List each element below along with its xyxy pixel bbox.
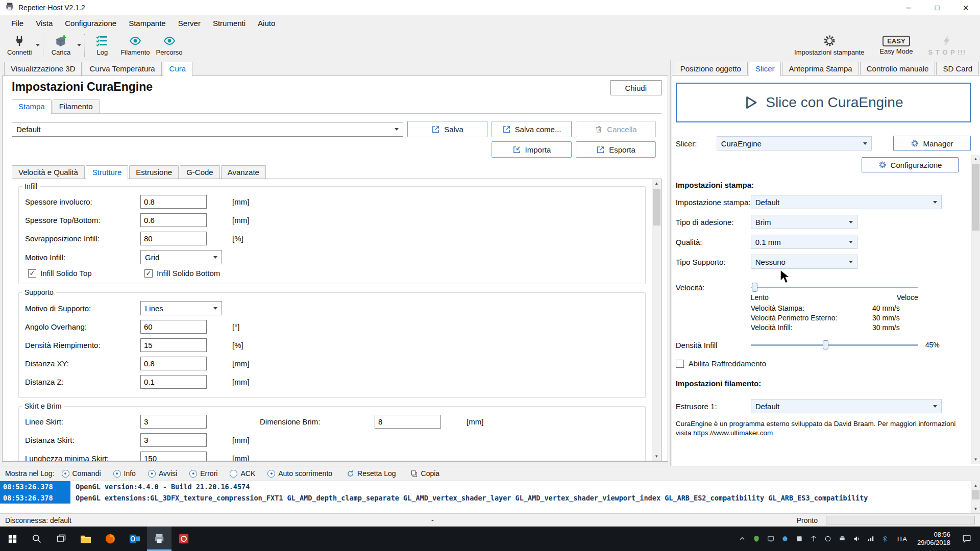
connetti-button[interactable]: Connetti [4, 32, 35, 59]
file-explorer-button[interactable] [74, 527, 98, 551]
log-button[interactable]: Log [87, 32, 117, 59]
connetti-dropdown-arrow[interactable] [35, 34, 41, 57]
printer-icon[interactable] [836, 529, 848, 549]
action-center-button[interactable] [957, 534, 977, 543]
language-indicator[interactable]: ITA [893, 535, 911, 543]
tab-estrusione[interactable]: Estrusione [129, 165, 179, 179]
scroll-thumb[interactable] [972, 490, 979, 499]
configurazione-button[interactable]: Configurazione [862, 157, 959, 172]
outlook-button[interactable] [122, 527, 147, 551]
carica-button[interactable]: Carica [45, 32, 76, 59]
slice-button[interactable]: Slice con CuraEngine [676, 83, 971, 122]
angolo-overhang-input[interactable] [140, 320, 207, 334]
task-view-button[interactable] [49, 527, 74, 551]
scroll-down-button[interactable] [971, 455, 980, 464]
menu-file[interactable]: File [5, 19, 30, 28]
scroll-up-button[interactable] [971, 481, 980, 490]
abilita-raffreddamento-checkbox[interactable]: Abilita Raffreddamento [676, 359, 973, 368]
menu-stampante[interactable]: Stampante [122, 19, 172, 28]
carica-dropdown-arrow[interactable] [76, 34, 82, 57]
esporta-button[interactable]: Esporta [576, 141, 656, 158]
tab-g-code[interactable]: G-Code [180, 165, 220, 179]
settings-scrollbar[interactable] [652, 179, 661, 461]
network-icon[interactable] [865, 529, 877, 549]
estrusore-select[interactable]: Default [751, 399, 942, 413]
infill-solido-top-checkbox[interactable]: ✓ Infill Solido Top [28, 269, 144, 278]
log-scrollbar[interactable] [971, 481, 980, 513]
tab-avanzate[interactable]: Avanzate [221, 165, 266, 179]
menu-strumenti[interactable]: Strumenti [207, 19, 252, 28]
scroll-track[interactable] [652, 188, 661, 452]
motivo-infill-select[interactable]: Grid [140, 250, 222, 264]
scroll-track[interactable] [971, 490, 980, 505]
menu-vista[interactable]: Vista [30, 19, 59, 28]
filter-info[interactable]: ● Info [113, 469, 136, 478]
red-app-button[interactable] [172, 527, 196, 551]
tab-cura[interactable]: Cura [163, 62, 193, 76]
tab-visualizzazione-3d[interactable]: Visualizzazione 3D [4, 62, 82, 76]
firefox-button[interactable] [98, 527, 122, 551]
tray-icon[interactable] [807, 529, 820, 549]
tipo-adesione-select[interactable]: Brim [751, 215, 857, 229]
menu-configurazione[interactable]: Configurazione [59, 19, 122, 28]
lunghezza-minima-skirt-input[interactable] [140, 452, 207, 461]
tray-icon[interactable] [765, 529, 777, 549]
filter-auto-scorrimento[interactable]: ● Auto scorrimento [267, 469, 332, 478]
start-button[interactable] [0, 527, 24, 551]
spessore-top-bottom-input[interactable] [140, 213, 207, 227]
stop-button[interactable]: S T O P !!! [925, 32, 969, 59]
percorso-button[interactable]: Percorso [153, 32, 186, 59]
minimize-button[interactable] [894, 0, 923, 15]
tray-icon[interactable] [822, 529, 834, 549]
tipo-supporto-select[interactable]: Nessuno [751, 255, 857, 269]
scroll-down-button[interactable] [652, 452, 661, 461]
maximize-button[interactable] [923, 0, 951, 15]
bluetooth-icon[interactable] [879, 529, 891, 549]
slicer-select[interactable]: CuraEngine [717, 136, 872, 151]
cancella-button[interactable]: Cancella [576, 121, 656, 137]
tab-slicer[interactable]: Slicer [749, 62, 781, 76]
scroll-up-button[interactable] [652, 179, 661, 188]
salva-button[interactable]: Salva [407, 121, 487, 137]
close-button[interactable] [951, 0, 980, 15]
tab-strutture[interactable]: Strutture [86, 165, 129, 180]
tab-filamento-profile[interactable]: Filamento [53, 99, 100, 113]
tab-controllo-manuale[interactable]: Controllo manuale [860, 62, 936, 76]
shield-icon[interactable] [750, 529, 763, 549]
tab-stampa[interactable]: Stampa [12, 99, 52, 114]
scroll-down-button[interactable] [971, 505, 980, 513]
tab-sd-card[interactable]: SD Card [936, 62, 979, 76]
repetier-host-taskbar-button[interactable] [147, 527, 172, 551]
manager-button[interactable]: Manager [893, 136, 971, 151]
linee-skirt-input[interactable] [140, 415, 207, 429]
tab-posizione-oggetto[interactable]: Posizione oggetto [674, 62, 748, 76]
infill-solido-bottom-checkbox[interactable]: ✓ Infill Solido Bottom [144, 269, 261, 278]
impostazione-stampa-select[interactable]: Default [751, 195, 942, 209]
filamento-button[interactable]: Filamento [117, 32, 153, 59]
impostazioni-stampante-button[interactable]: Impostazioni stampante [791, 32, 867, 59]
copia-button[interactable]: Copia [410, 469, 440, 478]
motivo-supporto-select[interactable]: Lines [140, 301, 222, 315]
tab-anteprima-stampa[interactable]: Anteprima Stampa [782, 62, 859, 76]
filter-ack[interactable]: ACK [230, 469, 255, 478]
filter-errori[interactable]: ● Errori [189, 469, 217, 478]
easy-mode-button[interactable]: EASY Easy Mode [876, 32, 916, 59]
volume-icon[interactable] [850, 529, 863, 549]
clock[interactable]: 08:56 29/06/2018 [913, 531, 954, 547]
tray-icon[interactable] [793, 529, 805, 549]
salva-come-button[interactable]: Salva come... [492, 121, 572, 137]
search-button[interactable] [24, 527, 49, 551]
slider-thumb[interactable] [752, 283, 757, 292]
velocita-slider[interactable] [751, 282, 918, 292]
distanza-z-input[interactable] [140, 375, 207, 389]
distanza-xy-input[interactable] [140, 357, 207, 370]
scroll-thumb[interactable] [653, 189, 660, 226]
densita-infill-slider[interactable] [751, 340, 918, 350]
tray-expand-icon[interactable] [736, 529, 748, 549]
scroll-track[interactable] [971, 163, 980, 455]
tray-icon[interactable] [779, 529, 791, 549]
dimensione-brim-input[interactable] [375, 415, 441, 429]
scroll-up-button[interactable] [971, 155, 980, 163]
log-output[interactable]: 08:53:26.378 OpenGL version:4.4.0 - Buil… [0, 481, 980, 513]
preset-select[interactable]: Default [12, 122, 403, 137]
